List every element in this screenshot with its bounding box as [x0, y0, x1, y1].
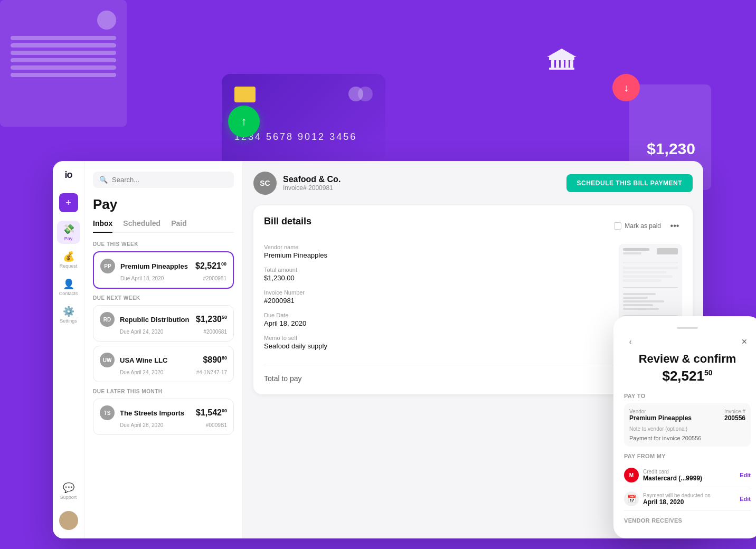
bill-card-streets[interactable]: TS The Streets Imports $1,54200 Due Apri…	[93, 399, 234, 435]
note-label: Note to vendor (optional)	[629, 426, 745, 432]
sidebar-item-support[interactable]: 💬 Support	[57, 479, 80, 503]
bill-amount-pp: $2,52100	[195, 261, 226, 271]
paid-checkbox-icon	[614, 222, 621, 230]
calendar-icon: 📅	[624, 491, 639, 506]
vendor-name-uw: USA Wine LLC	[120, 356, 197, 364]
pay-to-section-title: Pay to	[624, 393, 751, 399]
pay-to-details: Vendor Premium Pineapples Invoice # 2005…	[624, 403, 751, 447]
review-panel-header: ‹ ✕	[624, 335, 751, 348]
due-date-field: Due Date April 18, 2020	[264, 312, 606, 327]
bill-details-header-row: Bill details Mark as paid •••	[264, 216, 682, 235]
bill-vendor-info: SC Seafood & Co. Invoice# 2000981	[253, 172, 341, 195]
due-date-label: Due Date	[264, 312, 606, 318]
invoice-number-display: Invoice# 2000981	[283, 184, 341, 192]
vendor-label: Vendor	[629, 409, 692, 414]
bill-card-republic[interactable]: RD Republic Distribution $1,23050 Due Ap…	[93, 305, 234, 342]
sidebar-support-label: Support	[60, 495, 77, 500]
sidebar-item-pay[interactable]: 💸 Pay	[57, 221, 80, 244]
memo-value: Seafood daily supply	[264, 342, 606, 350]
vendor-name-large: Seafood & Co.	[283, 175, 341, 184]
edit-credit-card-button[interactable]: Edit	[740, 472, 751, 478]
vendor-name-ts: The Streets Imports	[120, 409, 191, 417]
mark-as-paid-checkbox[interactable]: Mark as paid	[614, 222, 661, 230]
main-container: io + 💸 Pay 💰 Request 👤 Contacts ⚙️ Setti…	[53, 161, 703, 538]
section-label-later-month: DUE LATER THIS MONTH	[93, 389, 234, 394]
page-title: Pay	[93, 196, 234, 213]
memo-field: Memo to self Seafood daily supply	[264, 335, 606, 350]
payment-date-item: 📅 Payment will be deducted on April 18, …	[624, 487, 751, 511]
pay-tabs: Inbox Scheduled Paid	[93, 219, 234, 233]
bill-card-premium-pineapples[interactable]: PP Premium Pineapples $2,52100 Due April…	[93, 251, 234, 289]
vendor-receives-title: Vendor receives	[624, 517, 751, 524]
total-label: Total to pay	[264, 374, 302, 383]
bill-invoice-pp: #2000981	[203, 276, 227, 281]
review-close-button[interactable]: ✕	[738, 335, 751, 348]
bill-card-usa-wine[interactable]: UW USA Wine LLC $89080 Due April 24, 202…	[93, 346, 234, 382]
add-button[interactable]: +	[59, 193, 78, 212]
sidebar-item-contacts[interactable]: 👤 Contacts	[57, 276, 80, 299]
note-value: Payment for invoice 200556	[629, 435, 745, 441]
bill-due-rd: Due April 24, 2020	[120, 329, 163, 335]
tab-paid[interactable]: Paid	[171, 219, 187, 233]
invoice-preview-image	[619, 244, 682, 328]
bill-details-title: Bill details	[264, 216, 311, 227]
payment-date-text: Payment will be deducted on April 18, 20…	[643, 493, 735, 506]
schedule-payment-button[interactable]: SCHEDULE THIS BILL PAYMENT	[566, 174, 693, 192]
bill-amount-rd: $1,23050	[196, 315, 227, 324]
vendor-avatar-ts: TS	[100, 405, 115, 420]
panel-handle	[677, 327, 698, 329]
bill-amount-ts: $1,54200	[196, 408, 227, 418]
mark-paid-label: Mark as paid	[625, 222, 661, 230]
settings-icon: ⚙️	[63, 306, 74, 317]
bill-due-uw: Due April 24, 2020	[120, 370, 163, 375]
review-back-button[interactable]: ‹	[624, 335, 637, 348]
sidebar-item-request-label: Request	[60, 263, 78, 269]
mastercard-icon: M	[624, 468, 639, 482]
vendor-name-pp: Premium Pineapples	[120, 262, 190, 270]
credit-card-value: Mastercard (...9999)	[643, 475, 735, 482]
bill-due-ts: Due April 28, 2020	[120, 422, 163, 428]
tab-scheduled[interactable]: Scheduled	[123, 219, 160, 233]
invoice-number-label: Invoice Number	[264, 289, 606, 296]
payment-date-label: Payment will be deducted on	[643, 493, 735, 498]
section-label-next-week: DUE NEXT WEEK	[93, 295, 234, 301]
pay-from-details: M Credit card Mastercard (...9999) Edit …	[624, 463, 751, 511]
more-options-button[interactable]: •••	[667, 219, 682, 233]
support-icon: 💬	[63, 482, 74, 494]
request-icon: 💰	[63, 251, 74, 262]
plus-icon: +	[65, 198, 71, 207]
vendor-avatar-pp: PP	[100, 259, 115, 273]
vendor-name-label: Vendor name	[264, 244, 606, 250]
vendor-value: Premium Pineapples	[629, 414, 692, 422]
bill-invoice-uw: #4-1N747-17	[196, 370, 227, 375]
due-date-value: April 18, 2020	[264, 319, 606, 327]
sidebar-item-settings[interactable]: ⚙️ Settings	[57, 303, 80, 326]
search-input[interactable]	[112, 176, 228, 184]
tab-inbox[interactable]: Inbox	[93, 219, 112, 233]
review-amount: $2,52150	[624, 368, 751, 384]
invoice-number-value: #2000981	[264, 297, 606, 305]
pay-from-section-title: Pay from my	[624, 453, 751, 459]
bill-detail-header: SC Seafood & Co. Invoice# 2000981 SCHEDU…	[253, 172, 693, 195]
payment-date-value: April 18, 2020	[643, 498, 735, 506]
invoice-number-field: Invoice Number #2000981	[264, 289, 606, 305]
pay-icon: 💸	[63, 223, 74, 235]
section-label-this-week: DUE THIS WEEK	[93, 241, 234, 247]
user-avatar[interactable]	[59, 511, 78, 530]
sidebar-item-contacts-label: Contacts	[59, 291, 78, 296]
review-title: Review & confirm	[624, 352, 751, 366]
total-amount-field: Total amount $1,230.00	[264, 267, 606, 282]
total-amount-label: Total amount	[264, 267, 606, 273]
contacts-icon: 👤	[63, 278, 74, 290]
pay-section: 🔍 Pay Inbox Scheduled Paid DUE THIS WEEK…	[84, 161, 243, 538]
bill-amount-uw: $89080	[203, 355, 227, 365]
app-logo: io	[65, 169, 72, 181]
edit-payment-date-button[interactable]: Edit	[740, 496, 751, 502]
total-amount-value: $1,230.00	[264, 274, 606, 282]
invoice-label: Invoice #	[724, 409, 745, 414]
vendor-avatar-large: SC	[253, 172, 277, 195]
vendor-name-field: Vendor name Premium Pineapples	[264, 244, 606, 259]
sidebar-item-request[interactable]: 💰 Request	[57, 248, 80, 271]
vendor-name-rd: Republic Distribution	[120, 316, 191, 324]
bill-invoice-rd: #2000681	[204, 329, 228, 335]
